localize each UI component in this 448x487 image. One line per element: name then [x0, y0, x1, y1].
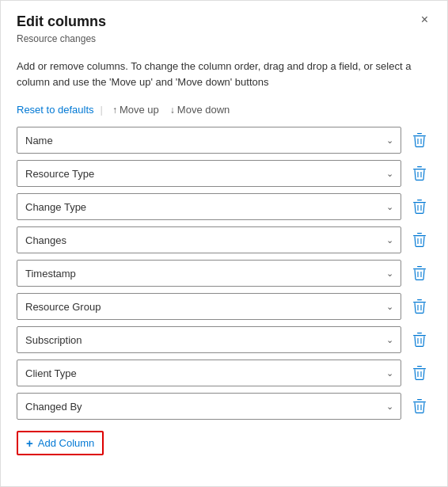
column-select-wrapper: Changed By⌄ [17, 393, 401, 420]
svg-rect-24 [413, 335, 426, 336]
table-row: Changed By⌄ [17, 393, 431, 420]
delete-column-button[interactable] [408, 129, 431, 151]
column-select[interactable]: Subscription [17, 326, 401, 353]
svg-rect-32 [413, 401, 426, 402]
move-up-button[interactable]: ↑ Move up [109, 102, 162, 117]
trash-icon [412, 166, 427, 181]
column-select[interactable]: Name [17, 127, 401, 154]
edit-columns-dialog: Edit columns × Resource changes Add or r… [0, 0, 448, 487]
close-button[interactable]: × [418, 13, 431, 26]
delete-column-button[interactable] [408, 362, 431, 384]
move-down-arrow-icon: ↓ [170, 105, 175, 116]
svg-rect-12 [413, 235, 426, 236]
trash-icon [412, 332, 427, 348]
column-select-wrapper: Timestamp⌄ [17, 260, 401, 287]
toolbar-separator: | [101, 104, 103, 116]
delete-column-button[interactable] [408, 329, 431, 351]
table-row: Subscription⌄ [17, 326, 431, 353]
table-row: Client Type⌄ [17, 360, 431, 386]
trash-icon [412, 299, 427, 314]
move-up-arrow-icon: ↑ [112, 105, 117, 116]
trash-icon [412, 265, 427, 281]
move-up-label: Move up [120, 104, 159, 116]
table-row: Change Type⌄ [17, 193, 431, 220]
delete-column-button[interactable] [408, 262, 431, 284]
column-select[interactable]: Changes [17, 226, 401, 253]
svg-rect-28 [413, 368, 426, 369]
column-select-wrapper: Change Type⌄ [17, 193, 401, 220]
column-select[interactable]: Changed By [17, 393, 401, 420]
svg-rect-1 [417, 133, 422, 134]
trash-icon [412, 398, 427, 414]
move-down-button[interactable]: ↓ Move down [167, 102, 233, 117]
delete-column-button[interactable] [408, 395, 431, 417]
column-select[interactable]: Resource Group [17, 293, 401, 320]
svg-rect-33 [417, 399, 422, 400]
svg-rect-25 [417, 333, 422, 333]
svg-rect-0 [413, 135, 426, 136]
trash-icon [412, 132, 427, 148]
table-row: Changes⌄ [17, 226, 431, 253]
delete-column-button[interactable] [408, 162, 431, 185]
column-select[interactable]: Client Type [17, 360, 401, 386]
dialog-description: Add or remove columns. To change the col… [1, 52, 447, 99]
trash-icon [412, 232, 427, 248]
column-select-wrapper: Client Type⌄ [17, 360, 401, 386]
delete-column-button[interactable] [408, 295, 431, 318]
svg-rect-20 [413, 302, 426, 302]
table-row: Resource Group⌄ [17, 293, 431, 320]
svg-rect-5 [417, 166, 422, 167]
svg-rect-21 [417, 299, 422, 300]
column-select-wrapper: Changes⌄ [17, 226, 401, 253]
reset-to-defaults-button[interactable]: Reset to defaults [17, 104, 94, 116]
svg-rect-4 [413, 169, 426, 169]
column-select[interactable]: Resource Type [17, 160, 401, 187]
column-select[interactable]: Timestamp [17, 260, 401, 287]
toolbar: Reset to defaults | ↑ Move up ↓ Move dow… [1, 99, 447, 127]
plus-icon: + [26, 436, 33, 450]
svg-rect-17 [417, 266, 422, 267]
trash-icon [412, 365, 427, 381]
column-select-wrapper: Resource Type⌄ [17, 160, 401, 187]
svg-rect-29 [417, 366, 422, 367]
dialog-header: Edit columns × [1, 1, 447, 33]
column-select-wrapper: Subscription⌄ [17, 326, 401, 353]
add-column-label: Add Column [38, 437, 95, 449]
add-column-button[interactable]: + Add Column [17, 431, 104, 455]
svg-rect-13 [417, 233, 422, 234]
move-down-label: Move down [177, 104, 230, 116]
table-row: Resource Type⌄ [17, 160, 431, 187]
column-select-wrapper: Resource Group⌄ [17, 293, 401, 320]
column-select-wrapper: Name⌄ [17, 127, 401, 154]
columns-list: Name⌄ Resource Type⌄ Change Type⌄ Change… [1, 127, 447, 420]
svg-rect-9 [417, 200, 422, 200]
column-select[interactable]: Change Type [17, 193, 401, 220]
table-row: Timestamp⌄ [17, 260, 431, 287]
svg-rect-16 [413, 268, 426, 269]
delete-column-button[interactable] [408, 229, 431, 251]
table-row: Name⌄ [17, 127, 431, 154]
dialog-subtitle: Resource changes [1, 33, 447, 52]
trash-icon [412, 199, 427, 215]
svg-rect-8 [413, 202, 426, 203]
delete-column-button[interactable] [408, 196, 431, 218]
dialog-title: Edit columns [17, 13, 106, 30]
